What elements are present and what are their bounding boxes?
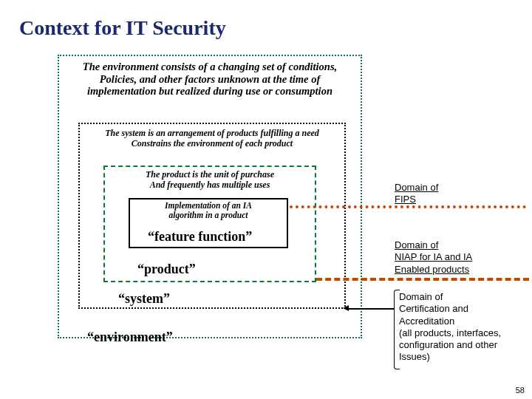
label-environment: “environment” [87, 330, 173, 345]
label-feature: “feature function” [148, 229, 252, 245]
domain-cert: Domain ofCertification andAccreditation(… [399, 291, 525, 364]
domain-niap: Domain ofNIAP for IA and IAEnabled produ… [395, 239, 472, 276]
caption-feature: Implementation of an IAalgorithm in a pr… [132, 201, 285, 220]
connector-niap [316, 278, 529, 281]
caption-system: The system is an arrangement of products… [83, 129, 341, 149]
page-number: 58 [516, 386, 525, 395]
caption-product: The product is the unit of purchaseAnd f… [108, 170, 312, 191]
page-title: Context for IT Security [19, 16, 226, 40]
arrow-cert-icon [343, 305, 349, 311]
connector-fips [290, 205, 526, 208]
connector-cert [346, 308, 395, 310]
label-system: “system” [118, 291, 170, 307]
domain-fips: Domain ofFIPS [395, 182, 438, 206]
caption-environment: The environment consists of a changing s… [62, 61, 358, 98]
label-product: “product” [137, 262, 196, 277]
